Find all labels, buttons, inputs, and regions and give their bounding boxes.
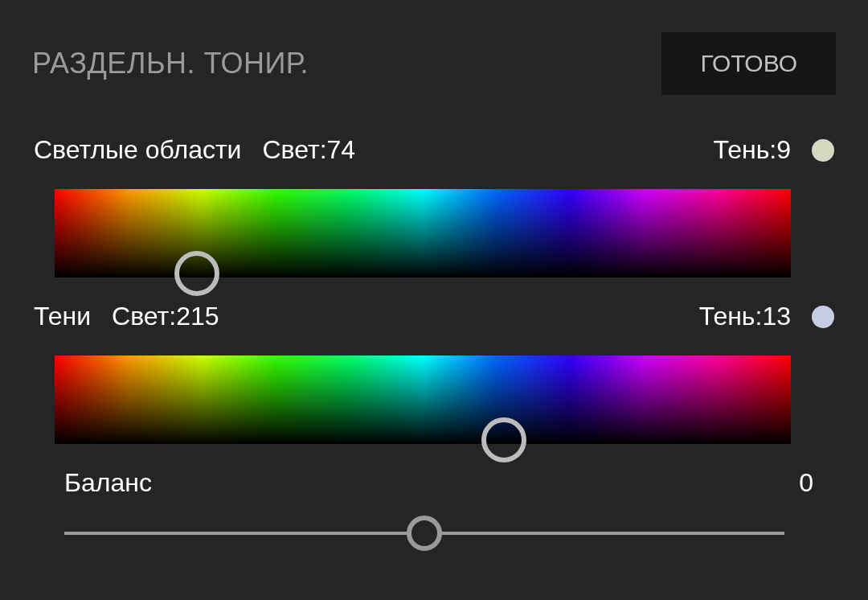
spectrum-gradient [55, 355, 791, 444]
highlights-color-swatch [812, 139, 834, 162]
balance-slider[interactable] [64, 514, 784, 553]
shadows-color-swatch [812, 306, 834, 328]
balance-labels: Баланс 0 [64, 468, 813, 498]
shadows-block: Тени Свет:215 Тень:13 [32, 302, 836, 444]
shadows-hue-readout: Свет:215 [112, 302, 219, 331]
split-toning-panel: РАЗДЕЛЬН. ТОНИР. ГОТОВО Светлые области … [0, 0, 868, 600]
spectrum-gradient [55, 189, 791, 277]
balance-slider-thumb[interactable] [407, 516, 442, 551]
balance-value: 0 [799, 468, 813, 498]
panel-title: РАЗДЕЛЬН. ТОНИР. [32, 47, 309, 80]
balance-label: Баланс [64, 468, 152, 498]
highlights-hue-readout: Свет:74 [262, 135, 355, 165]
shadows-section-label: Тени [34, 302, 91, 331]
shadows-sat-readout: Тень:13 [699, 302, 791, 331]
panel-header: РАЗДЕЛЬН. ТОНИР. ГОТОВО [32, 32, 836, 95]
shadows-spectrum-picker[interactable] [55, 355, 791, 444]
balance-block: Баланс 0 [32, 468, 836, 553]
shadows-labels: Тени Свет:215 Тень:13 [32, 302, 836, 331]
highlights-section-label: Светлые области [34, 135, 241, 165]
highlights-sat-readout: Тень:9 [713, 135, 791, 165]
done-button[interactable]: ГОТОВО [661, 32, 836, 95]
highlights-spectrum-picker[interactable] [55, 189, 791, 277]
highlights-block: Светлые области Свет:74 Тень:9 [32, 135, 836, 277]
highlights-labels: Светлые области Свет:74 Тень:9 [32, 135, 836, 165]
